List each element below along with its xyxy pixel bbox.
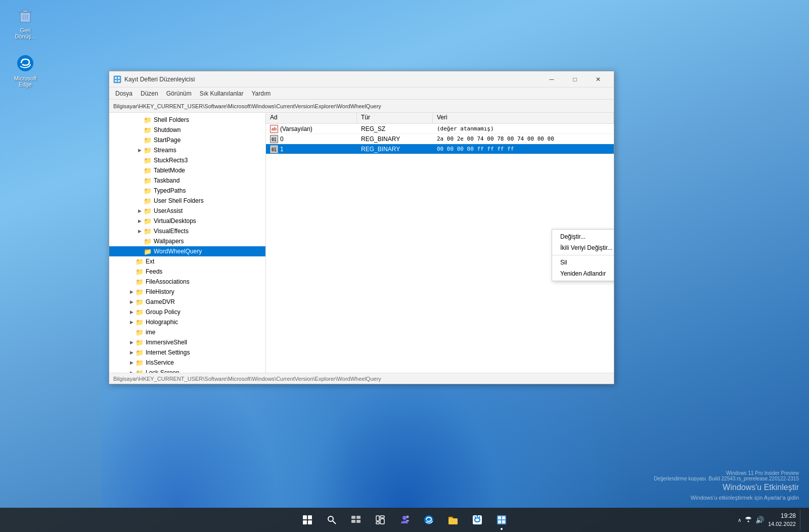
folder-icon-streams: 📁 [144,146,152,154]
tree-item-typedpaths[interactable]: 📁 TypedPaths [109,186,265,196]
widgets-button[interactable] [369,509,391,531]
tree-label-shutdown: Shutdown [154,126,181,134]
edge-taskbar-button[interactable] [418,509,440,531]
value-data-default: (değer atanmamış) [433,125,614,132]
window-title: Kayıt Defteri Düzenleyicisi [124,76,540,83]
tree-item-tabletmode[interactable]: 📁 TabletMode [109,165,265,175]
tree-item-taskband[interactable]: 📁 Taskband [109,175,265,186]
svg-rect-10 [115,80,117,82]
ctx-rename[interactable]: Yeniden Adlandır [552,268,614,279]
value-data-1: 00 00 00 00 ff ff ff ff [433,146,614,152]
tree-item-gamedvr[interactable]: ▶ 📁 GameDVR [109,297,265,307]
svg-rect-40 [502,516,505,519]
maximize-button[interactable]: □ [563,71,587,87]
tree-item-internetsettings[interactable]: ▶ 📁 Internet Settings [109,347,265,358]
value-type-default: REG_SZ [357,125,433,132]
tree-panel[interactable]: 📁 Shell Folders 📁 Shutdown 📁 StartPage ▶… [109,113,266,373]
start-button[interactable] [296,509,319,531]
col-header-name[interactable]: Ad [266,113,357,123]
value-name-1: 01 1 [266,145,357,153]
status-bar: Bilgisayar\HKEY_CURRENT_USER\Software\Mi… [109,373,614,384]
tree-item-startpage[interactable]: 📁 StartPage [109,135,265,145]
close-button[interactable]: ✕ [587,71,610,87]
ctx-separator [552,255,614,255]
menu-gorunum[interactable]: Görünüm [162,89,196,98]
tree-label-taskband: Taskband [154,177,179,184]
tree-label-immersiveshell: ImmersiveShell [146,339,187,346]
tree-item-shutdown[interactable]: 📁 Shutdown [109,125,265,135]
col-header-data[interactable]: Veri [433,113,614,123]
tree-item-userassist[interactable]: ▶ 📁 UserAssist [109,206,265,216]
value-row-default[interactable]: ab (Varsayılan) REG_SZ (değer atanmamış) [266,124,614,134]
menu-dosya[interactable]: Dosya [111,89,137,98]
teams-button[interactable] [393,509,416,531]
svg-rect-17 [308,515,312,519]
tree-item-stuckrects3[interactable]: 📁 StuckRects3 [109,155,265,165]
taskbar-right: ∧ 🔊 19:28 14.02.2022 [738,510,803,530]
menu-bar: Dosya Düzen Görünüm Sık Kullanılanlar Ya… [109,87,614,100]
tree-label-shell-folders: Shell Folders [154,116,189,123]
edge-icon[interactable]: MicrosoftEdge [5,53,46,87]
svg-rect-39 [498,516,501,519]
ctx-modify[interactable]: Değiştir... [552,231,614,242]
value-row-0[interactable]: 01 0 REG_BINARY 2a 00 2e 00 74 00 78 00 … [266,134,614,144]
tree-item-wordwheelquery[interactable]: 📁 WordWheelQuery [109,246,265,256]
svg-point-43 [747,520,749,522]
recycle-bin-label: GeriDönüş... [15,27,36,39]
menu-duzen[interactable]: Düzen [137,89,162,98]
ctx-delete[interactable]: Sil [552,257,614,268]
menu-sik[interactable]: Sık Kullanılanlar [196,89,248,98]
ctx-modify-binary[interactable]: İkili Veriyi Değiştir... [552,242,614,253]
tree-item-holographic[interactable]: ▶ 📁 Holographic [109,317,265,327]
tree-item-immersiveshell[interactable]: ▶ 📁 ImmersiveShell [109,337,265,347]
minimize-button[interactable]: ─ [540,71,563,87]
activation-overlay: Windows'u Etkinleştir Windows'u etkinleş… [691,481,799,502]
network-icon[interactable] [744,515,752,525]
tree-item-ext[interactable]: 📁 Ext [109,256,265,267]
tree-item-lockscreen[interactable]: ▶ 📁 Lock Screen [109,368,265,373]
tree-item-grouppolicy[interactable]: ▶ 📁 Group Policy [109,307,265,317]
show-desktop-button[interactable] [800,510,803,530]
col-header-type[interactable]: Tür [357,113,433,123]
search-button[interactable] [321,509,343,531]
recycle-bin-image [15,5,35,25]
value-name-label-default: (Varsayılan) [280,125,312,132]
tree-item-fileassociations[interactable]: 📁 FileAssociations [109,277,265,287]
svg-point-30 [402,516,407,520]
tree-item-feeds[interactable]: 📁 Feeds [109,267,265,277]
menu-yardim[interactable]: Yardım [247,89,275,98]
svg-rect-26 [376,516,379,521]
svg-rect-9 [118,77,120,79]
tree-item-filehistory[interactable]: ▶ 📁 FileHistory [109,287,265,297]
tree-item-ime[interactable]: 📁 ime [109,327,265,337]
svg-rect-19 [308,520,312,524]
svg-rect-11 [118,80,120,82]
svg-point-6 [17,55,33,71]
expand-shutdown [136,126,144,134]
tree-item-visualeffects[interactable]: ▶ 📁 VisualEffects [109,226,265,236]
expand-streams: ▶ [136,146,144,154]
value-name-default: ab (Varsayılan) [266,125,357,133]
clock-time: 19:28 [768,512,796,520]
tree-item-streams[interactable]: ▶ 📁 Streams [109,145,265,155]
tree-label-wallpapers: Wallpapers [154,238,184,245]
taskbar-clock[interactable]: 19:28 14.02.2022 [768,512,796,528]
tree-label-visualeffects: VisualEffects [154,228,189,235]
activation-main: Windows'u Etkinleştir [691,481,799,494]
show-hidden-icons-button[interactable]: ∧ [738,517,741,523]
tree-item-virtualdesktops[interactable]: ▶ 📁 VirtualDesktops [109,216,265,226]
regedit-taskbar-button[interactable] [490,509,513,531]
value-row-1[interactable]: 01 1 REG_BINARY 00 00 00 00 ff ff ff ff [266,144,614,154]
svg-point-31 [407,516,409,518]
svg-rect-23 [356,516,361,519]
tree-item-irisservice[interactable]: ▶ 📁 IrisService [109,358,265,368]
store-button[interactable] [466,509,488,531]
explorer-button[interactable] [442,509,464,531]
volume-icon[interactable]: 🔊 [755,516,764,524]
taskview-button[interactable] [345,509,367,531]
value-name-0: 01 0 [266,135,357,143]
tree-item-wallpapers[interactable]: 📁 Wallpapers [109,236,265,246]
tree-item-shell-folders[interactable]: 📁 Shell Folders [109,115,265,125]
recycle-bin-icon[interactable]: GeriDönüş... [5,5,46,39]
tree-item-usershellfolders[interactable]: 📁 User Shell Folders [109,196,265,206]
